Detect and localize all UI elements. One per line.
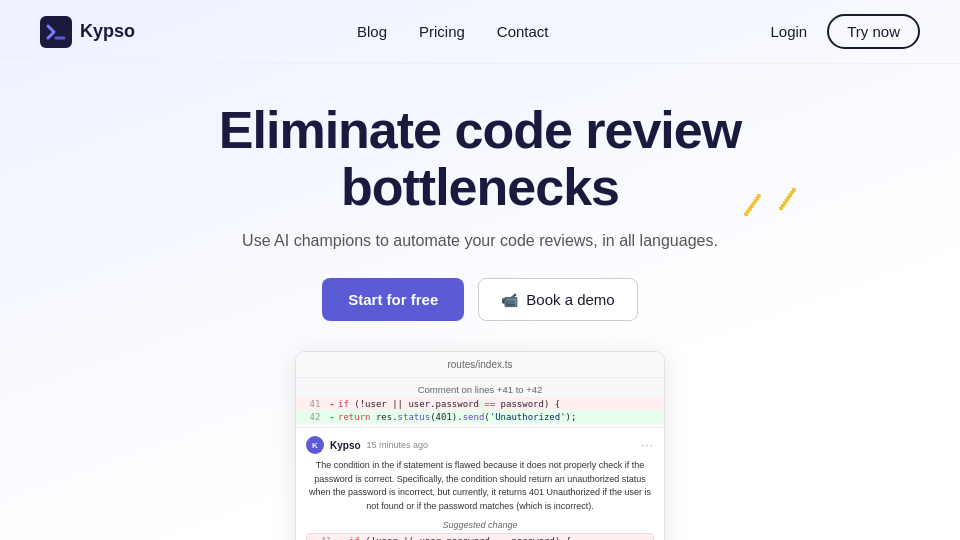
- video-icon: 📹: [501, 292, 518, 308]
- suggested-change-label: Suggested change: [306, 520, 654, 530]
- code-diff: Comment on lines +41 to +42 41 - if (!us…: [296, 378, 664, 428]
- nav-blog[interactable]: Blog: [357, 23, 387, 40]
- start-free-button[interactable]: Start for free: [322, 278, 464, 321]
- decoration-squiggle: ⟋⟋: [730, 178, 807, 226]
- sug-line-41-old: 41 - if (!user || user.password == passw…: [307, 534, 653, 540]
- diff-line-41-old: 41 - if (!user || user.password == passw…: [296, 397, 664, 410]
- hero-subtext: Use AI champions to automate your code r…: [20, 232, 940, 250]
- try-now-button[interactable]: Try now: [827, 14, 920, 49]
- kypso-comment-section: K Kypso 15 minutes ago ··· The condition…: [296, 428, 664, 540]
- book-demo-button[interactable]: 📹 Book a demo: [478, 278, 637, 321]
- commenter-name: Kypso: [330, 440, 361, 451]
- kypso-avatar: K: [306, 436, 324, 454]
- comment-menu-dots[interactable]: ···: [641, 438, 654, 452]
- file-path: routes/index.ts: [447, 359, 512, 370]
- suggestion-diff: 41 - if (!user || user.password == passw…: [306, 533, 654, 540]
- card-header: routes/index.ts: [296, 352, 664, 378]
- code-card-wrapper: routes/index.ts Comment on lines +41 to …: [20, 351, 940, 540]
- login-button[interactable]: Login: [770, 23, 807, 40]
- logo[interactable]: Kypso: [40, 16, 135, 48]
- code-card: routes/index.ts Comment on lines +41 to …: [295, 351, 665, 540]
- comment-time: 15 minutes ago: [367, 440, 429, 450]
- nav-links: Blog Pricing Contact: [357, 23, 549, 41]
- nav-contact[interactable]: Contact: [497, 23, 549, 40]
- diff-line-42-old: 42 - return res.status(401).send('Unauth…: [296, 410, 664, 423]
- nav-actions: Login Try now: [770, 14, 920, 49]
- comment-author-row: K Kypso 15 minutes ago: [306, 436, 428, 454]
- navbar: Kypso Blog Pricing Contact Login Try now: [0, 0, 960, 64]
- comment-header: K Kypso 15 minutes ago ···: [306, 436, 654, 454]
- nav-pricing[interactable]: Pricing: [419, 23, 465, 40]
- hero-buttons: Start for free 📹 Book a demo: [20, 278, 940, 321]
- comment-body: The condition in the if statement is fla…: [306, 459, 654, 513]
- diff-label: Comment on lines +41 to +42: [296, 382, 664, 397]
- hero-section: ⟋⟋ Eliminate code review bottlenecks Use…: [0, 64, 960, 540]
- logo-text: Kypso: [80, 21, 135, 42]
- svg-rect-0: [40, 16, 72, 48]
